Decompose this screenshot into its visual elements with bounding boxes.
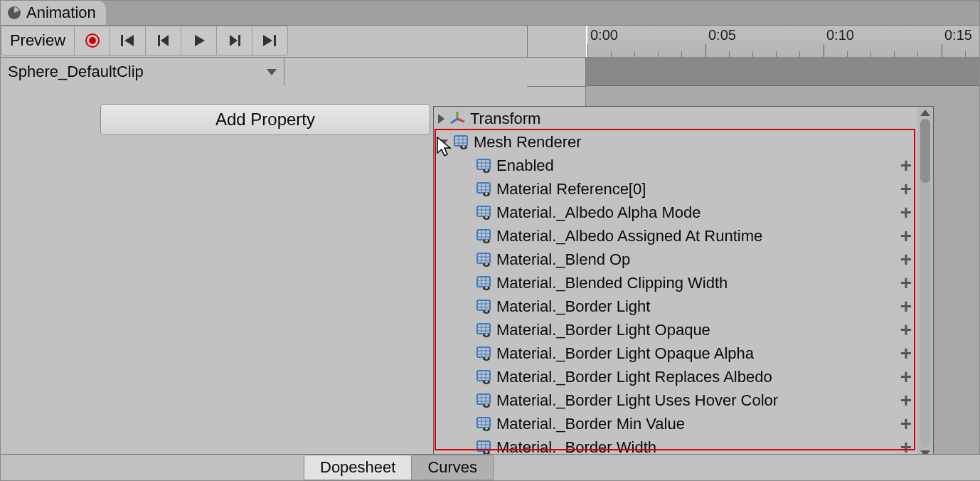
foldout-open-icon: [438, 139, 448, 146]
mesh-renderer-icon: [475, 369, 492, 386]
scroll-up-icon: [920, 110, 930, 116]
svg-rect-3: [121, 35, 123, 46]
add-icon[interactable]: +: [900, 272, 912, 295]
svg-rect-9: [238, 35, 240, 46]
svg-rect-76: [477, 300, 490, 310]
curves-tab[interactable]: Curves: [411, 455, 494, 480]
property-item[interactable]: Material._Border Light Opaque Alpha+: [434, 342, 933, 365]
svg-point-2: [89, 37, 96, 44]
add-icon[interactable]: +: [900, 201, 912, 224]
last-frame-button[interactable]: [252, 26, 288, 56]
mesh-renderer-icon: [475, 416, 492, 433]
add-icon[interactable]: +: [900, 319, 912, 342]
svg-point-54: [485, 216, 488, 218]
property-label: Material._Albedo Assigned At Runtime: [496, 227, 762, 245]
transform-icon: [449, 110, 466, 127]
property-label: Material._Border Min Value: [496, 415, 685, 433]
dopesheet-tab[interactable]: Dopesheet: [304, 455, 412, 480]
timeline-ruler[interactable]: 0:00 0:05 0:10 0:15: [586, 26, 979, 58]
mesh-renderer-icon: [452, 134, 469, 151]
add-icon[interactable]: +: [900, 366, 912, 388]
property-item[interactable]: Material._Border Light Replaces Albedo+: [434, 365, 933, 388]
add-icon[interactable]: +: [900, 389, 912, 412]
property-label: Material._Border Light Replaces Albedo: [496, 368, 772, 386]
property-item[interactable]: Material._Blend Op+: [434, 248, 933, 271]
svg-rect-55: [477, 230, 490, 240]
mesh-renderer-icon: [475, 251, 492, 268]
playhead[interactable]: [586, 26, 587, 57]
svg-rect-111: [477, 418, 490, 428]
property-group-transform[interactable]: Transform: [434, 107, 933, 130]
add-icon[interactable]: +: [900, 225, 912, 248]
property-item[interactable]: Enabled+: [434, 154, 933, 177]
svg-rect-5: [158, 35, 160, 46]
property-label: Material._Blend Op: [496, 250, 630, 269]
curves-label: Curves: [427, 458, 477, 477]
property-label: Material._Albedo Alpha Mode: [496, 204, 701, 222]
mesh-renderer-icon: [475, 345, 492, 362]
time-label: 0:05: [708, 27, 736, 43]
property-item[interactable]: Material._Blended Clipping Width+: [434, 271, 933, 295]
add-icon[interactable]: +: [900, 248, 912, 271]
property-item[interactable]: Material._Albedo Assigned At Runtime+: [434, 224, 933, 248]
animation-tab[interactable]: Animation: [1, 1, 106, 25]
next-key-button[interactable]: [217, 26, 252, 56]
view-mode-tabs: Dopesheet Curves: [1, 454, 980, 480]
popup-scrollbar[interactable]: [917, 107, 933, 460]
dopesheet-label: Dopesheet: [320, 458, 395, 477]
time-label: 0:15: [944, 27, 972, 43]
property-label: Enabled: [496, 157, 554, 175]
property-item[interactable]: Material Reference[0]+: [434, 177, 933, 201]
property-item[interactable]: Material._Albedo Alpha Mode+: [434, 201, 933, 224]
time-label: 0:00: [590, 27, 618, 43]
record-button[interactable]: [75, 26, 110, 56]
property-label: Material._Border Light Opaque: [496, 321, 710, 339]
clip-dropdown[interactable]: Sphere_DefaultClip: [1, 58, 284, 86]
add-property-button[interactable]: Add Property: [100, 104, 430, 135]
play-button[interactable]: [181, 26, 217, 56]
skip-end-icon: [262, 33, 279, 48]
property-label: Material._Border Light Opaque Alpha: [496, 344, 754, 363]
property-label: Mesh Renderer: [474, 133, 582, 152]
svg-marker-10: [263, 35, 272, 46]
property-label: Material._Border Light: [496, 297, 650, 316]
first-frame-button[interactable]: [110, 26, 146, 56]
dropdown-icon: [267, 69, 277, 75]
timeline-header: 0:00 0:05 0:10 0:15: [527, 26, 979, 57]
scrollbar-thumb[interactable]: [920, 119, 930, 183]
svg-point-124: [485, 450, 488, 453]
timeline-event-track[interactable]: [586, 57, 979, 86]
property-label: Material._Border Light Uses Hover Color: [496, 391, 778, 410]
mesh-renderer-icon: [475, 275, 492, 292]
property-item[interactable]: Material._Border Light Uses Hover Color+: [434, 388, 933, 412]
mesh-renderer-icon: [475, 392, 492, 409]
prev-key-icon: [156, 33, 171, 48]
add-icon[interactable]: +: [900, 295, 912, 318]
property-item[interactable]: Material._Border Min Value+: [434, 412, 933, 435]
svg-rect-104: [477, 394, 490, 404]
next-key-icon: [228, 33, 242, 48]
property-item[interactable]: Material._Border Light Opaque+: [434, 318, 933, 342]
property-label: Transform: [470, 110, 540, 128]
svg-line-26: [451, 119, 457, 123]
add-icon[interactable]: +: [900, 178, 912, 201]
svg-rect-41: [477, 183, 490, 193]
svg-rect-27: [454, 136, 467, 146]
svg-point-61: [485, 239, 488, 242]
mesh-renderer-icon: [475, 322, 492, 339]
svg-marker-4: [124, 35, 134, 46]
prev-key-button[interactable]: [146, 26, 181, 56]
property-item[interactable]: Material._Border Light+: [434, 295, 933, 318]
add-icon[interactable]: +: [900, 342, 912, 365]
property-group-mesh-renderer[interactable]: Mesh Renderer: [434, 130, 933, 154]
add-property-popup: Transform Mesh Renderer Enabled+Material…: [433, 106, 934, 460]
property-label: Material Reference[0]: [496, 180, 646, 199]
preview-button[interactable]: Preview: [1, 26, 75, 56]
clock-icon: [6, 5, 22, 21]
svg-marker-6: [161, 35, 169, 46]
svg-rect-62: [477, 253, 490, 263]
scrollbar-track[interactable]: [920, 119, 930, 448]
add-icon[interactable]: +: [900, 413, 912, 435]
svg-marker-8: [230, 35, 238, 46]
add-icon[interactable]: +: [900, 154, 912, 177]
